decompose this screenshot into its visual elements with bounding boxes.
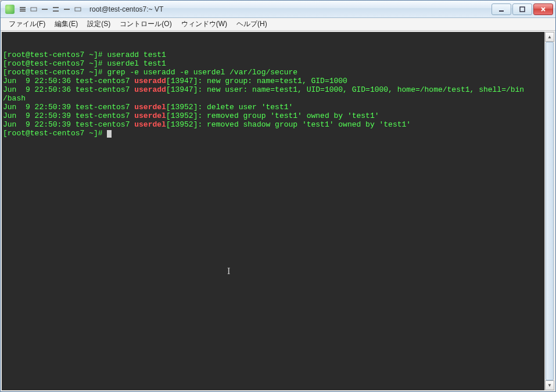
window-title: root@test-centos7:~ VT — [89, 5, 490, 13]
terminal-line: Jun 9 22:50:39 test-centos7 userdel[1395… — [3, 120, 543, 129]
toolbar-btn-2[interactable] — [29, 5, 38, 13]
toolbar-btn-6[interactable] — [73, 5, 82, 13]
menubar: ファイル(F) 編集(E) 設定(S) コントロール(O) ウィンドウ(W) ヘ… — [1, 18, 555, 31]
app-icon — [5, 5, 15, 14]
terminal-line: [root@test-centos7 ~]# grep -e useradd -… — [3, 68, 543, 77]
scroll-up-button[interactable]: ▲ — [545, 32, 554, 42]
toolbar-btn-4[interactable] — [51, 5, 60, 13]
toolbar-btn-3[interactable] — [40, 5, 49, 13]
svg-rect-1 — [20, 7, 26, 8]
toolbar-btn-5[interactable] — [62, 5, 71, 13]
svg-rect-9 — [499, 10, 504, 12]
svg-rect-7 — [64, 9, 70, 10]
terminal-line: Jun 9 22:50:39 test-centos7 userdel[1395… — [3, 103, 543, 112]
scroll-down-button[interactable]: ▼ — [545, 380, 554, 390]
svg-rect-8 — [75, 8, 81, 11]
menu-edit[interactable]: 編集(E) — [50, 18, 82, 30]
svg-rect-3 — [31, 8, 37, 11]
scroll-thumb[interactable] — [546, 42, 554, 380]
titlebar[interactable]: root@test-centos7:~ VT — [1, 1, 555, 18]
scroll-track[interactable] — [545, 42, 554, 380]
minimize-button[interactable] — [492, 3, 511, 15]
svg-rect-6 — [53, 10, 59, 12]
terminal-container: [root@test-centos7 ~]# useradd test1[roo… — [1, 31, 555, 391]
svg-rect-0 — [20, 9, 26, 10]
scrollbar[interactable]: ▲ ▼ — [544, 32, 554, 390]
menu-window[interactable]: ウィンドウ(W) — [177, 18, 232, 30]
app-window: root@test-centos7:~ VT ファイル(F) 編集(E) 設定(… — [0, 0, 556, 392]
svg-rect-2 — [20, 10, 26, 12]
menu-file[interactable]: ファイル(F) — [4, 18, 50, 30]
terminal-line: Jun 9 22:50:39 test-centos7 userdel[1395… — [3, 112, 543, 120]
toolbar-btn-1[interactable] — [18, 5, 27, 13]
menu-settings[interactable]: 設定(S) — [82, 18, 115, 30]
svg-rect-4 — [42, 9, 48, 10]
terminal-line: Jun 9 22:50:36 test-centos7 useradd[1394… — [3, 77, 543, 85]
menu-help[interactable]: ヘルプ(H) — [232, 18, 272, 30]
terminal-line: [root@test-centos7 ~]# userdel test1 — [3, 59, 543, 68]
svg-rect-5 — [53, 7, 59, 8]
window-controls — [490, 3, 553, 15]
close-button[interactable] — [533, 3, 553, 15]
svg-rect-10 — [520, 7, 525, 12]
quick-toolbar — [18, 5, 82, 13]
terminal-prompt: [root@test-centos7 ~]# — [3, 129, 543, 138]
text-cursor-icon: I — [227, 267, 230, 275]
menu-control[interactable]: コントロール(O) — [115, 18, 176, 30]
terminal-line: Jun 9 22:50:36 test-centos7 useradd[1394… — [3, 85, 543, 94]
block-cursor — [107, 130, 112, 138]
maximize-button[interactable] — [512, 3, 532, 15]
terminal-line: [root@test-centos7 ~]# useradd test1 — [3, 51, 543, 59]
terminal[interactable]: [root@test-centos7 ~]# useradd test1[roo… — [2, 32, 544, 390]
terminal-line: /bash — [3, 94, 543, 103]
